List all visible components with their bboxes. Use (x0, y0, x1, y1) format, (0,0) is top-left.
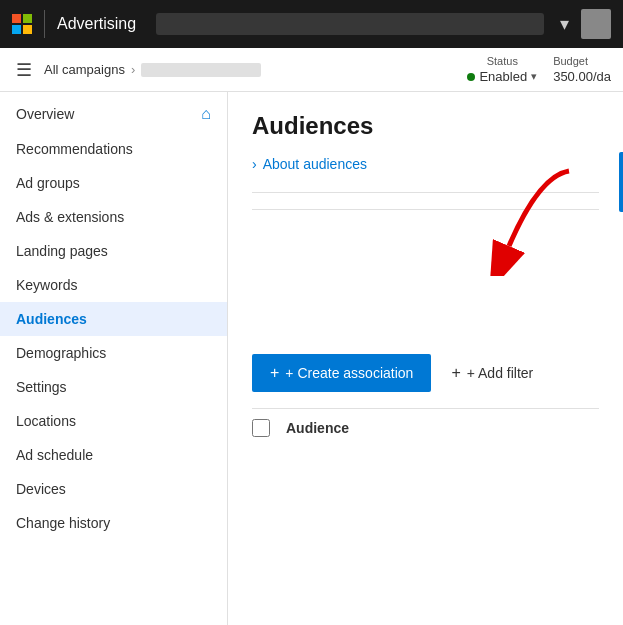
sidebar-label-settings: Settings (16, 379, 67, 395)
sidebar-label-ad-schedule: Ad schedule (16, 447, 93, 463)
microsoft-logo (12, 14, 32, 34)
sidebar-label-change-history: Change history (16, 515, 110, 531)
red-arrow-svg (449, 166, 609, 276)
main-layout: Overview ⌂ Recommendations Ad groups Ads… (0, 92, 623, 625)
sidebar-item-ads-extensions[interactable]: Ads & extensions (0, 200, 227, 234)
nav-blurred-area (156, 13, 544, 35)
sidebar-item-ad-groups[interactable]: Ad groups (0, 166, 227, 200)
breadcrumb-campaign-name (141, 63, 261, 77)
sidebar-item-change-history[interactable]: Change history (0, 506, 227, 540)
sidebar-item-ad-schedule[interactable]: Ad schedule (0, 438, 227, 472)
sidebar-item-demographics[interactable]: Demographics (0, 336, 227, 370)
sidebar-label-landing-pages: Landing pages (16, 243, 108, 259)
create-association-label: + Create association (285, 365, 413, 381)
avatar[interactable] (581, 9, 611, 39)
status-group: Status Enabled ▾ (467, 55, 537, 84)
sidebar-label-audiences: Audiences (16, 311, 87, 327)
hamburger-menu[interactable]: ☰ (12, 55, 36, 85)
sidebar-label-keywords: Keywords (16, 277, 77, 293)
table-col-audience: Audience (286, 420, 349, 436)
sidebar-label-locations: Locations (16, 413, 76, 429)
toolbar: + + Create association + + Add filter (252, 354, 599, 392)
page-title: Audiences (252, 112, 599, 140)
sub-nav-right: Status Enabled ▾ Budget 350.00/da (467, 55, 611, 84)
status-dropdown-icon[interactable]: ▾ (531, 70, 537, 83)
right-edge-indicator (619, 152, 623, 212)
home-icon: ⌂ (201, 105, 211, 123)
main-content: Audiences › About audiences + + Create a (228, 92, 623, 625)
sidebar-item-recommendations[interactable]: Recommendations (0, 132, 227, 166)
arrow-annotation (252, 226, 599, 346)
create-plus-icon: + (270, 364, 279, 382)
create-association-button[interactable]: + + Create association (252, 354, 431, 392)
add-filter-button[interactable]: + + Add filter (443, 354, 541, 392)
sidebar: Overview ⌂ Recommendations Ad groups Ads… (0, 92, 228, 625)
sidebar-label-ads-extensions: Ads & extensions (16, 209, 124, 225)
sidebar-label-demographics: Demographics (16, 345, 106, 361)
sidebar-item-settings[interactable]: Settings (0, 370, 227, 404)
app-name: Advertising (57, 15, 136, 33)
filter-plus-icon: + (451, 364, 460, 382)
sidebar-item-overview[interactable]: Overview ⌂ (0, 96, 227, 132)
chevron-right-icon: › (252, 156, 257, 172)
budget-value: 350.00/da (553, 69, 611, 84)
breadcrumb-separator: › (131, 62, 135, 77)
about-link-text: About audiences (263, 156, 367, 172)
status-label: Status (487, 55, 518, 67)
sidebar-label-overview: Overview (16, 106, 74, 122)
budget-group: Budget 350.00/da (553, 55, 611, 84)
table-header: Audience (252, 408, 599, 447)
sidebar-item-audiences[interactable]: Audiences (0, 302, 227, 336)
table-select-all-checkbox[interactable] (252, 419, 270, 437)
sub-navigation: ☰ All campaigns › Status Enabled ▾ Budge… (0, 48, 623, 92)
top-navigation: Advertising ▾ (0, 0, 623, 48)
nav-divider (44, 10, 45, 38)
breadcrumb-campaigns[interactable]: All campaigns (44, 62, 125, 77)
sidebar-label-ad-groups: Ad groups (16, 175, 80, 191)
sidebar-label-devices: Devices (16, 481, 66, 497)
breadcrumb: All campaigns › (44, 62, 261, 77)
status-dot (467, 73, 475, 81)
status-value[interactable]: Enabled ▾ (467, 69, 537, 84)
sidebar-label-recommendations: Recommendations (16, 141, 133, 157)
sidebar-item-keywords[interactable]: Keywords (0, 268, 227, 302)
sidebar-item-devices[interactable]: Devices (0, 472, 227, 506)
sidebar-item-landing-pages[interactable]: Landing pages (0, 234, 227, 268)
budget-label: Budget (553, 55, 611, 67)
add-filter-label: + Add filter (467, 365, 534, 381)
sidebar-item-locations[interactable]: Locations (0, 404, 227, 438)
nav-dropdown-icon[interactable]: ▾ (560, 13, 569, 35)
status-text: Enabled (479, 69, 527, 84)
